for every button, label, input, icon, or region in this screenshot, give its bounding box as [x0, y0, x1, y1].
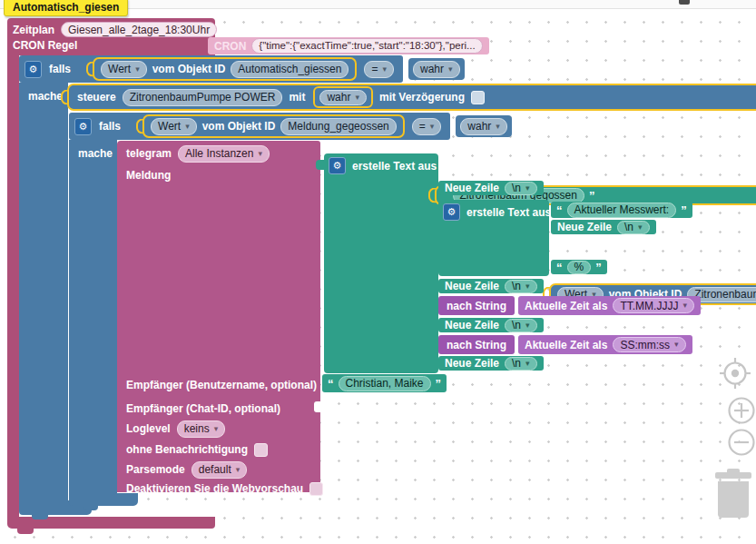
if2-getter-objectid-field[interactable]: Meldung_gegeossen — [280, 118, 396, 135]
gear-icon[interactable]: ⚙ — [25, 61, 42, 78]
textjoin1-label: erstelle Text aus — [352, 160, 437, 173]
if2-getter-block[interactable]: Wert vom Objekt ID Meldung_gegeossen — [142, 114, 405, 138]
textjoin1-output-tab — [316, 160, 324, 170]
trash-icon[interactable] — [715, 469, 751, 521]
zoom-out-icon — [730, 430, 754, 455]
newline-block[interactable]: Neue Zeile \n — [438, 318, 544, 332]
gear-icon[interactable]: ⚙ — [74, 118, 92, 135]
steuere-mit-label: mit — [289, 91, 305, 104]
telegram-instance-dropdown[interactable]: Alle Instanzen — [178, 145, 270, 163]
gear-icon[interactable]: ⚙ — [443, 203, 460, 221]
cron-block[interactable]: CRON {"time":{"exactTime":true,"start":"… — [208, 37, 489, 54]
if2-getter-wert-dropdown[interactable]: Wert — [151, 118, 197, 135]
newline-block[interactable]: Neue Zeile \n — [551, 220, 656, 234]
control-state-block[interactable]: steuere ZitronenbaumPumpe POWER mit wahr… — [67, 84, 756, 111]
append-date-block[interactable]: nach String Aktuelle Zeit als TT.MM.JJJJ — [438, 296, 701, 315]
steuere-boolean-dropdown[interactable]: wahr — [319, 90, 367, 105]
newline-label: Neue Zeile — [445, 182, 499, 194]
time-format-dropdown[interactable]: SS:mm:ss — [613, 337, 685, 352]
telegram-silent-label: ohne Benachrichtigung — [126, 443, 248, 456]
telegram-webpreview-checkbox[interactable] — [309, 482, 323, 496]
cron-tag: CRON — [214, 40, 246, 53]
append-label: nach String — [438, 296, 515, 315]
text-messwert-block[interactable]: “ Aktueller Messwert: ” — [551, 202, 692, 218]
scrollbar-handle[interactable] — [679, 0, 690, 5]
schedule-block-left-edge[interactable] — [7, 55, 19, 517]
telegram-loglevel-dropdown[interactable]: keins — [177, 420, 226, 438]
block-comment-label[interactable]: Automatisch_giesen — [4, 0, 128, 16]
quote-close-icon: ” — [589, 189, 595, 203]
newline-label: Neue Zeile — [445, 357, 499, 370]
telegram-silent-checkbox[interactable] — [254, 443, 268, 457]
steuere-objectid-field[interactable]: ZitronenbaumPumpe POWER — [123, 89, 283, 106]
if2-bottom-tab — [83, 505, 98, 510]
telegram-webpreview-label: Deaktivieren Sie die Webvorschau — [126, 482, 303, 495]
schedule-block-bottom-tab — [17, 528, 34, 534]
date-format-dropdown[interactable]: TT.MM.JJJJ — [613, 298, 694, 313]
text-percent-field[interactable]: % — [567, 261, 592, 274]
newline-label: Neue Zeile — [557, 221, 612, 233]
schedule-title: Zeitplan — [13, 24, 54, 36]
newline-block[interactable]: Neue Zeile \n — [438, 279, 544, 293]
quote-close-icon: ” — [436, 377, 442, 391]
telegram-recipient-chat-label: Empfänger (Chat-ID, optional) — [126, 402, 280, 415]
newline-label: Neue Zeile — [445, 319, 499, 331]
recipient-text-block[interactable]: “ Christian, Maike ” — [322, 374, 447, 392]
comment-text: Automatisch_giesen — [13, 1, 119, 14]
blockly-workspace[interactable]: mache mache Zeitplan Giesen_alle_2tage_1… — [0, 0, 756, 544]
if2-label: falls — [99, 120, 121, 133]
if2-statement-column[interactable]: mache — [69, 140, 117, 493]
telegram-recipient-user-label: Empfänger (Benutzername, optional) — [126, 379, 317, 391]
schedule-name-field[interactable]: Giesen_alle_2tage_18:30Uhr — [61, 22, 217, 37]
newline-dropdown[interactable]: \n — [505, 357, 537, 371]
if2-header[interactable]: ⚙ falls Wert vom Objekt ID Meldung_gegeo… — [69, 113, 512, 140]
schedule-block-header[interactable]: Zeitplan Giesen_alle_2tage_18:30Uhr CRON… — [7, 18, 215, 55]
steuere-boolean-block[interactable]: wahr — [313, 86, 373, 108]
zoom-in-icon — [730, 399, 754, 423]
zoom-controls[interactable] — [712, 354, 756, 456]
telegram-parsemode-label: Parsemode — [126, 463, 185, 476]
if1-statement-column[interactable]: mache — [19, 83, 68, 500]
steuere-delay-checkbox[interactable] — [471, 91, 485, 104]
if1-boolean-dropdown[interactable]: wahr — [413, 61, 460, 78]
if1-getter-vom-label: vom Objekt ID — [152, 63, 226, 75]
if1-bottom-tab — [32, 514, 48, 519]
textjoin1-block[interactable]: ⚙ erstelle Text aus — [324, 153, 438, 373]
if1-operator-dropdown[interactable]: = — [364, 61, 394, 78]
newline-dropdown[interactable]: \n — [505, 280, 537, 293]
if1-getter-block[interactable]: Wert vom Objekt ID Automatisch_giessen — [93, 57, 357, 81]
newline-block[interactable]: Neue Zeile \n — [438, 181, 544, 195]
time-as-date-block[interactable]: Aktuelle Zeit als TT.MM.JJJJ — [518, 296, 701, 315]
time-as-time-block[interactable]: Aktuelle Zeit als SS:mm:ss — [518, 335, 692, 354]
zoom-reset-icon — [720, 358, 751, 389]
if2-boolean-block[interactable]: wahr — [456, 115, 512, 137]
gear-icon[interactable]: ⚙ — [329, 157, 346, 174]
chat-id-empty-socket[interactable] — [314, 401, 321, 412]
newline-dropdown[interactable]: \n — [505, 319, 537, 332]
quote-open-icon: “ — [556, 203, 563, 217]
telegram-block[interactable]: telegram Alle Instanzen Meldung Empfänge… — [117, 141, 320, 492]
text-messwert-field[interactable]: Aktueller Messwert: — [567, 203, 677, 218]
append-time-block[interactable]: nach String Aktuelle Zeit als SS:mm:ss — [438, 335, 692, 354]
if2-do-label: mache — [69, 140, 117, 160]
steuere-delay-label: mit Verzögerung — [379, 91, 465, 104]
recipient-text-field[interactable]: Christian, Maike — [339, 376, 431, 391]
if1-getter-wert-dropdown[interactable]: Wert — [101, 61, 147, 78]
text-percent-block[interactable]: “ % ” — [551, 260, 607, 274]
textjoin2-block[interactable]: ⚙ erstelle Text aus — [438, 200, 549, 276]
quote-open-icon: “ — [328, 377, 334, 391]
textjoin2-label: erstelle Text aus — [466, 206, 551, 219]
telegram-meldung-label: Meldung — [126, 169, 171, 182]
telegram-parsemode-dropdown[interactable]: default — [191, 461, 248, 479]
if1-boolean-block[interactable]: wahr — [408, 58, 465, 80]
if1-header[interactable]: ⚙ falls Wert vom Objekt ID Automatisch_g… — [19, 55, 465, 83]
if2-operator-dropdown[interactable]: = — [412, 118, 442, 135]
if1-getter-objectid-field[interactable]: Automatisch_giessen — [231, 61, 349, 78]
newline-block[interactable]: Neue Zeile \n — [438, 356, 544, 371]
newline-dropdown[interactable]: \n — [505, 182, 537, 195]
newline-dropdown[interactable]: \n — [617, 221, 650, 234]
quote-close-icon: ” — [681, 203, 687, 217]
quote-close-icon: ” — [595, 261, 602, 274]
cron-value-field[interactable]: {"time":{"exactTime":true,"start":"18:30… — [251, 38, 482, 54]
if2-boolean-dropdown[interactable]: wahr — [460, 118, 507, 135]
